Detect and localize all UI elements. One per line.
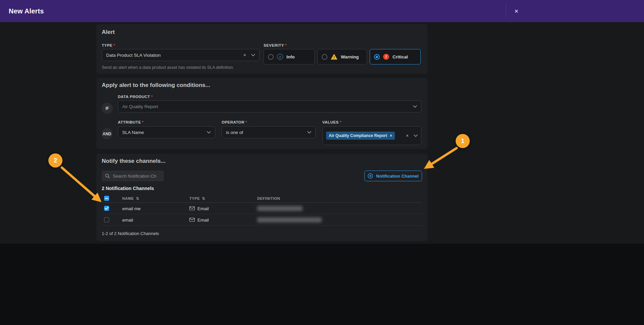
email-icon [189,218,195,222]
data-product-label: DATA PRODUCT* [118,95,153,99]
chevron-down-icon[interactable] [307,131,311,134]
clear-icon[interactable]: × [243,53,246,57]
severity-option-warning[interactable]: ! Warning [317,49,367,64]
type-label: TYPE* [102,43,115,47]
values-multiselect[interactable]: Air Quality Compliance Report × × [322,126,421,145]
type-select[interactable]: Data Product SLA Violation × [102,49,260,61]
conditions-section: Apply alert to the following conditions.… [96,78,427,149]
column-header-name[interactable]: NAME ⇅ [122,194,139,203]
info-icon: i [277,54,283,60]
severity-options: i Info ! Warning ! Critical [264,49,421,64]
modal-header: New Alerts × [0,0,644,22]
notify-section-title: Notify these channels... [102,158,166,165]
plus-circle-icon [368,173,373,179]
severity-label: SEVERITY* [264,43,287,47]
chevron-down-icon[interactable] [251,54,255,56]
modal-title: New Alerts [9,7,44,15]
required-asterisk: * [142,120,144,124]
value-chip-label: Air Quality Compliance Report [329,133,387,138]
radio-unselected[interactable] [268,54,274,60]
value-chip: Air Quality Compliance Report × [326,132,395,140]
sort-icon[interactable]: ⇅ [202,196,205,201]
channel-count-text: 2 Notification Channels [102,186,154,191]
search-input[interactable] [113,174,160,179]
operator-select-value: is one of [226,130,307,135]
data-product-placeholder: Air Quality Report [122,104,413,109]
definition-redacted [257,217,322,222]
channel-type: Email [189,206,209,211]
column-header-type[interactable]: TYPE ⇅ [189,194,205,203]
severity-option-label: Info [286,54,295,59]
chip-close-icon[interactable]: × [390,134,392,138]
add-notification-channel-label: Notification Channel [376,174,418,179]
required-asterisk: * [245,120,247,124]
add-notification-channel-button[interactable]: Notification Channel [364,171,422,181]
required-asterisk: * [113,43,115,47]
data-product-select[interactable]: Air Quality Report [118,100,421,112]
radio-unselected[interactable] [322,54,327,60]
search-icon [105,174,110,178]
alert-section: Alert TYPE* Data Product SLA Violation ×… [96,24,427,74]
warning-icon: ! [331,54,337,60]
critical-icon: ! [383,54,389,60]
sort-icon[interactable]: ⇅ [136,196,139,201]
channel-type: Email [189,217,209,222]
severity-option-label: Critical [393,54,408,59]
attribute-select-value: SLA Name [122,130,207,135]
chevron-down-icon[interactable] [414,134,418,137]
table-header: NAME ⇅ TYPE ⇅ DEFINITION [102,194,422,203]
svg-text:!: ! [333,55,335,59]
channel-name: email [122,217,133,222]
notification-search[interactable] [102,171,164,181]
select-all-checkbox[interactable] [104,196,109,201]
attribute-label: ATTRIBUTE* [118,120,144,124]
annotation-badge-1: 1 [456,134,470,148]
required-asterisk: * [340,120,341,124]
pagination-text: 1-2 of 2 Notification Channels [102,231,159,236]
chevron-down-icon[interactable] [413,105,417,108]
email-icon [189,206,195,211]
if-badge: IF [102,103,113,114]
chevron-down-icon[interactable] [207,131,211,134]
radio-selected[interactable] [374,54,380,60]
row-checkbox-checked[interactable] [104,206,109,211]
annotation-badge-2: 2 [48,153,62,168]
type-select-value: Data Product SLA Violation [106,53,243,58]
header-divider [506,4,506,18]
alert-section-title: Alert [102,29,115,36]
required-asterisk: * [151,95,153,99]
type-helper-text: Send an alert when a data product asset … [102,65,234,70]
modal-footer: Cancel Create Alerts [0,244,644,325]
close-icon[interactable]: × [510,4,523,18]
definition-redacted [257,206,303,211]
attribute-select[interactable]: SLA Name [118,126,215,138]
conditions-section-title: Apply alert to the following conditions.… [102,82,210,89]
required-asterisk: * [285,43,287,47]
table-row[interactable]: email Email [102,214,422,226]
clear-icon[interactable]: × [406,133,409,138]
operator-label: OPERATOR* [222,120,247,124]
row-checkbox-unchecked[interactable] [104,217,109,222]
channel-name: email me [122,206,141,211]
severity-option-label: Warning [341,54,359,59]
notify-section: Notify these channels... Notification Ch… [96,154,427,241]
values-label: VALUES* [322,120,341,124]
and-badge: AND [101,128,112,139]
table-row[interactable]: email me Email [102,203,422,214]
severity-option-critical[interactable]: ! Critical [370,49,421,64]
operator-select[interactable]: is one of [222,126,316,138]
column-header-definition: DEFINITION [257,194,280,203]
severity-option-info[interactable]: i Info [264,49,315,64]
